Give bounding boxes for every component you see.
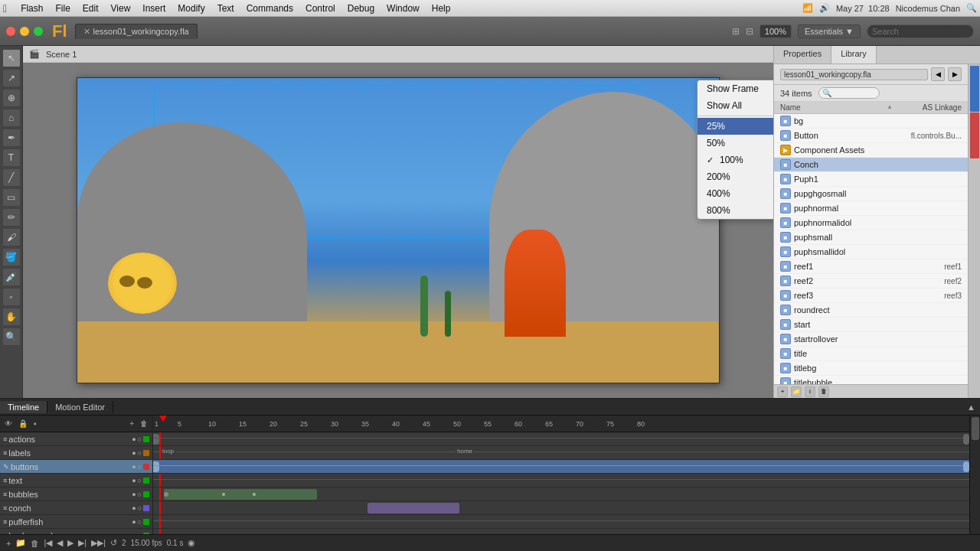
menu-text[interactable]: Text	[211, 2, 240, 15]
brush-tool[interactable]: 🖌	[2, 228, 21, 246]
layer-row[interactable]: ≡ labels ● ○	[0, 446, 152, 460]
list-item[interactable]: ■ titlebg	[774, 361, 968, 376]
canvas-area[interactable]: Show Frame Show All 25% 50% ✓ 100% 200% …	[23, 63, 773, 398]
layer-lock[interactable]: ○	[138, 449, 142, 457]
pen-tool[interactable]: ✒	[2, 129, 21, 147]
box-icon[interactable]: ▪	[32, 419, 38, 429]
list-item[interactable]: ■ start	[774, 318, 968, 332]
zoom-display[interactable]: 100%	[760, 24, 792, 38]
tab-library[interactable]: Library	[831, 46, 877, 64]
menu-debug[interactable]: Debug	[341, 2, 381, 15]
free-transform-tool[interactable]: ⊕	[2, 89, 21, 107]
layer-lock[interactable]: ○	[138, 504, 142, 512]
color-swatch-red[interactable]	[970, 112, 979, 158]
next-frame-btn[interactable]: ▶|	[78, 538, 87, 548]
list-item[interactable]: ■ puphsmallidol	[774, 245, 968, 259]
list-item[interactable]: ■ puphnormal	[774, 201, 968, 216]
tab-motion-editor[interactable]: Motion Editor	[47, 401, 113, 413]
dropdown-show-frame[interactable]: Show Frame	[697, 80, 773, 97]
layer-row[interactable]: ≡ conch ● ○	[0, 501, 152, 515]
layer-lock[interactable]: ○	[138, 435, 142, 443]
panel-icon1[interactable]: ⊞	[732, 26, 740, 37]
lasso-tool[interactable]: ⌂	[2, 109, 21, 127]
menu-modify[interactable]: Modify	[172, 2, 211, 15]
text-tool[interactable]: T	[2, 148, 21, 167]
eraser-tool[interactable]: ▫	[2, 288, 21, 306]
search-icon[interactable]: 🔍	[966, 3, 977, 13]
menu-flash[interactable]: Flash	[15, 2, 49, 15]
menu-edit[interactable]: Edit	[77, 2, 105, 15]
list-item[interactable]: ■ puphnormalidol	[774, 216, 968, 230]
tab-close-icon[interactable]: ✕	[83, 27, 90, 37]
add-folder-btn[interactable]: 📁	[15, 538, 26, 548]
layer-vis[interactable]: ●	[132, 504, 136, 512]
dropdown-100[interactable]: ✓ 100%	[697, 152, 773, 168]
list-item[interactable]: ■ puphsmall	[774, 230, 968, 245]
timeline-close-button[interactable]: ▲	[962, 401, 980, 413]
tab-properties[interactable]: Properties	[774, 46, 831, 64]
dropdown-200[interactable]: 200%	[697, 168, 773, 185]
color-swatch-blue[interactable]	[970, 66, 979, 112]
dropdown-400[interactable]: 400%	[697, 185, 773, 202]
menu-control[interactable]: Control	[299, 2, 341, 15]
minimize-button[interactable]	[20, 27, 29, 36]
menu-view[interactable]: View	[105, 2, 137, 15]
add-layer-btn[interactable]: +	[6, 539, 11, 548]
search-input[interactable]	[867, 24, 974, 38]
menu-file[interactable]: File	[49, 2, 76, 15]
lib-next-button[interactable]: ▶	[948, 67, 962, 81]
frames-area[interactable]: loop home	[153, 432, 969, 534]
add-layer-button[interactable]: +	[128, 419, 136, 429]
paint-bucket-tool[interactable]: 🪣	[2, 248, 21, 266]
lib-new-symbol-button[interactable]: +	[777, 386, 788, 397]
loop-btn[interactable]: ↺	[110, 538, 117, 548]
layer-vis[interactable]: ●	[132, 491, 136, 498]
layer-row[interactable]: ≡ bubbles ● ○	[0, 487, 152, 501]
list-item[interactable]: ■ Button fl.controls.Bu...	[774, 129, 968, 143]
layer-vis[interactable]: ●	[132, 518, 136, 526]
list-item[interactable]: ■ reef3 reef3	[774, 289, 968, 303]
select-tool[interactable]: ↖	[2, 49, 21, 67]
menu-window[interactable]: Window	[381, 2, 426, 15]
list-item[interactable]: ■ bg	[774, 114, 968, 129]
play-btn[interactable]: ▶	[67, 538, 74, 548]
subselect-tool[interactable]: ↗	[2, 69, 21, 87]
menu-help[interactable]: Help	[426, 2, 457, 15]
rect-tool[interactable]: ▭	[2, 188, 21, 207]
delete-layer-button[interactable]: 🗑	[139, 419, 149, 429]
menu-commands[interactable]: Commands	[240, 2, 299, 15]
list-item[interactable]: ■ pupghgosmall	[774, 187, 968, 201]
lib-new-folder-button[interactable]: 📁	[791, 386, 802, 397]
panel-icon2[interactable]: ⊟	[746, 26, 753, 37]
vscroll-thumb[interactable]	[972, 417, 979, 440]
list-item[interactable]: ▶ Component Assets	[774, 143, 968, 158]
lib-delete-button[interactable]: 🗑	[818, 386, 829, 397]
lock-icon[interactable]: 🔒	[17, 419, 29, 429]
library-search[interactable]	[818, 87, 880, 99]
layer-row[interactable]: ≡ pufferfish ● ○	[0, 515, 152, 529]
layer-lock[interactable]: ○	[138, 463, 142, 471]
first-frame-btn[interactable]: |◀	[44, 538, 52, 548]
eyedropper-tool[interactable]: 💉	[2, 268, 21, 286]
onion-skin-btn[interactable]: ◉	[188, 538, 195, 548]
apple-menu[interactable]: 	[3, 2, 7, 15]
timeline-vscroll[interactable]	[969, 416, 980, 534]
layer-lock[interactable]: ○	[138, 477, 142, 484]
list-item[interactable]: ■ Conch	[774, 158, 968, 172]
delete-layer-btn[interactable]: 🗑	[31, 539, 39, 548]
layer-vis[interactable]: ●	[132, 435, 136, 443]
layer-vis[interactable]: ●	[132, 449, 136, 457]
eye-icon[interactable]: 👁	[3, 419, 14, 429]
list-item[interactable]: ■ reef1 reef1	[774, 259, 968, 274]
layer-row[interactable]: ≡ text ● ○	[0, 474, 152, 487]
layer-row[interactable]: ✎ buttons ● ○	[0, 460, 152, 474]
prev-frame-btn[interactable]: ◀	[57, 538, 63, 548]
layer-lock[interactable]: ○	[138, 491, 142, 498]
dropdown-800[interactable]: 800%	[697, 202, 773, 219]
pencil-tool[interactable]: ✏	[2, 208, 21, 227]
list-item[interactable]: ■ startrollover	[774, 332, 968, 347]
layer-vis[interactable]: ●	[132, 463, 136, 471]
maximize-button[interactable]	[34, 27, 43, 36]
line-tool[interactable]: ╱	[2, 168, 21, 187]
last-frame-btn[interactable]: ▶▶|	[91, 538, 106, 548]
